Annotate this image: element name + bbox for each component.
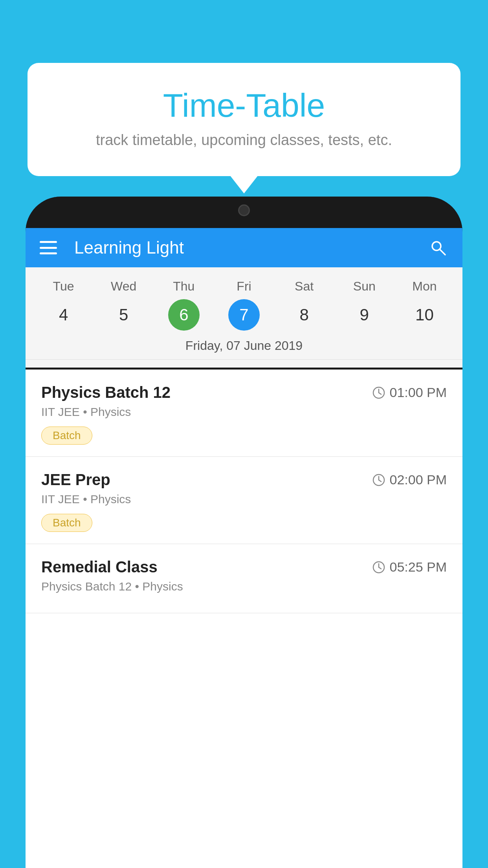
phone-notch-area: [26, 197, 462, 228]
schedule-item-0-subtitle: IIT JEE • Physics: [41, 405, 447, 419]
schedule-item-0-title: Physics Batch 12: [41, 384, 171, 401]
schedule-item-1-badge: Batch: [41, 514, 92, 532]
schedule-item-1-title: JEE Prep: [41, 471, 110, 489]
calendar-day-sat[interactable]: Sat 8: [279, 279, 330, 331]
day-name-sun: Sun: [353, 279, 376, 294]
app-bar: Learning Light: [26, 228, 462, 267]
day-name-sat: Sat: [295, 279, 314, 294]
svg-line-10: [440, 249, 445, 255]
svg-line-16: [379, 480, 381, 482]
schedule-item-1-header: JEE Prep 02:00 PM: [41, 471, 447, 489]
day-num-sun: 9: [349, 299, 380, 331]
clock-icon-1: [372, 473, 385, 487]
app-title: Learning Light: [74, 238, 428, 257]
clock-icon-2: [372, 561, 385, 574]
calendar-day-thu[interactable]: Thu 6: [158, 279, 209, 331]
day-num-sat: 8: [288, 299, 320, 331]
day-num-thu: 6: [168, 299, 200, 331]
schedule-item-0-badge: Batch: [41, 427, 92, 445]
calendar-selected-date: Friday, 07 June 2019: [26, 335, 462, 360]
calendar-day-tue[interactable]: Tue 4: [38, 279, 89, 331]
day-num-tue: 4: [48, 299, 79, 331]
hamburger-menu-button[interactable]: [40, 241, 57, 254]
day-num-fri: 7: [228, 299, 260, 331]
search-button[interactable]: [428, 237, 448, 258]
phone-notch: [213, 197, 275, 220]
schedule-item-2-header: Remedial Class 05:25 PM: [41, 558, 447, 576]
day-num-mon: 10: [409, 299, 440, 331]
calendar-section: Tue 4 Wed 5 Thu 6 Fri 7 Sat 8 Sun 9: [26, 267, 462, 368]
day-name-fri: Fri: [237, 279, 251, 294]
schedule-item-0-header: Physics Batch 12 01:00 PM: [41, 384, 447, 401]
clock-icon-0: [372, 386, 385, 399]
day-name-mon: Mon: [412, 279, 437, 294]
schedule-item-2[interactable]: Remedial Class 05:25 PM Physics Batch 12…: [26, 544, 462, 613]
day-num-wed: 5: [108, 299, 139, 331]
calendar-day-sun[interactable]: Sun 9: [339, 279, 390, 331]
calendar-day-wed[interactable]: Wed 5: [98, 279, 149, 331]
schedule-item-2-time: 05:25 PM: [372, 559, 447, 575]
schedule-item-2-title: Remedial Class: [41, 558, 158, 576]
calendar-day-mon[interactable]: Mon 10: [399, 279, 450, 331]
phone-frame: 14:29: [26, 197, 462, 868]
search-icon: [429, 239, 447, 256]
tooltip-card: Time-Table track timetable, upcoming cla…: [28, 63, 460, 176]
schedule-item-1-subtitle: IIT JEE • Physics: [41, 493, 447, 506]
schedule-item-2-subtitle: Physics Batch 12 • Physics: [41, 580, 447, 593]
schedule-item-1-time: 02:00 PM: [372, 472, 447, 487]
schedule-list: Physics Batch 12 01:00 PM IIT JEE • Phys…: [26, 370, 462, 868]
day-name-thu: Thu: [173, 279, 194, 294]
svg-line-13: [379, 393, 381, 394]
schedule-item-0[interactable]: Physics Batch 12 01:00 PM IIT JEE • Phys…: [26, 370, 462, 457]
schedule-item-0-time: 01:00 PM: [372, 385, 447, 400]
schedule-item-1[interactable]: JEE Prep 02:00 PM IIT JEE • Physics Batc…: [26, 457, 462, 544]
phone-camera: [238, 204, 250, 216]
day-name-tue: Tue: [53, 279, 74, 294]
svg-line-19: [379, 567, 381, 569]
tooltip-subtitle: track timetable, upcoming classes, tests…: [59, 132, 429, 149]
tooltip-title: Time-Table: [59, 86, 429, 125]
day-name-wed: Wed: [111, 279, 136, 294]
calendar-days-row: Tue 4 Wed 5 Thu 6 Fri 7 Sat 8 Sun 9: [26, 275, 462, 335]
calendar-day-fri[interactable]: Fri 7: [218, 279, 270, 331]
